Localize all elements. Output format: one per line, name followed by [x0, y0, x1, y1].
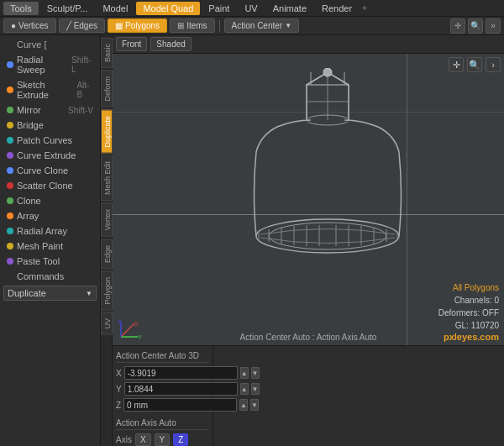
move-icon-btn[interactable]: ✛: [450, 18, 465, 34]
second-toolbar: ● Vertices ╱ Edges ▦ Polygons ⊞ Items Ac…: [0, 17, 504, 35]
vtab-vertex[interactable]: Vertex: [101, 203, 113, 237]
axis-gizmo-svg: X Y Z: [116, 315, 143, 342]
dot-icon: [7, 243, 13, 249]
axis-label-text: Axis: [116, 435, 132, 444]
bottom-panel: Action Center Auto 3D X ▲ ▼ Y ▲ ▼: [113, 345, 504, 446]
vtab-edge[interactable]: Edge: [101, 239, 113, 269]
edges-icon: ╱: [66, 21, 71, 30]
sidebar-item-radial-array[interactable]: Radial Array: [0, 223, 100, 239]
sidebar-item-scatter-clone[interactable]: Scatter Clone: [0, 178, 100, 193]
viewport-area: Front Shaded ✛ 🔍 ›: [113, 35, 504, 345]
z-label: Z: [116, 401, 121, 410]
right-area: Basic Deform Duplicate Mesh Edit Vertex …: [101, 35, 504, 446]
toolbar-sep-1: [219, 20, 220, 32]
vtab-mesh-edit[interactable]: Mesh Edit: [101, 155, 113, 201]
viewport-header: Front Shaded: [113, 35, 504, 54]
y-label: Y: [116, 385, 122, 394]
view-label[interactable]: Front: [116, 37, 147, 51]
sidebar-item-curve-clone[interactable]: Curve Clone: [0, 163, 100, 178]
vtab-uv[interactable]: UV: [101, 312, 113, 335]
menu-model-quad[interactable]: Model Quad: [136, 2, 200, 15]
svg-line-4: [121, 323, 134, 337]
zoom-icon-btn[interactable]: 🔍: [468, 18, 483, 34]
action-axis-title: Action Axis Auto: [116, 417, 209, 430]
svg-point-3: [323, 68, 332, 76]
menu-uv[interactable]: UV: [238, 2, 264, 15]
action-center-btn[interactable]: Action Center ▼: [224, 18, 300, 33]
viewport-icons: ✛ 🔍 ›: [449, 57, 501, 72]
dot-icon: [7, 87, 13, 93]
svg-text:Y: Y: [138, 334, 142, 340]
top-menubar: Tools Sculpt/P... Model Model Quad Paint…: [0, 0, 504, 17]
maximize-icon[interactable]: ✛: [449, 57, 464, 72]
dot-icon: [7, 61, 13, 68]
sidebar-item-paste-tool[interactable]: Paste Tool: [0, 254, 100, 269]
sidebar-duplicate-dropdown[interactable]: Duplicate ▼: [3, 286, 97, 301]
viewport-canvas[interactable]: ✛ 🔍 ›: [113, 54, 504, 345]
dot-icon: [7, 137, 13, 144]
grid-line-h1: [113, 112, 504, 113]
dot-icon: [7, 228, 13, 234]
sidebar-item-mirror[interactable]: Mirror Shift-V: [0, 102, 100, 118]
menu-render[interactable]: Render: [315, 2, 359, 15]
chevron-down-icon: ▼: [285, 22, 291, 29]
viewport-info-panel: All Polygons Channels: 0 Deformers: OFF …: [438, 281, 499, 342]
dot-icon: [7, 107, 13, 113]
x-label: X: [116, 369, 122, 378]
vertices-icon: ●: [11, 21, 16, 30]
vtab-polygon[interactable]: Polygon: [101, 271, 113, 311]
horizon-line: [113, 214, 504, 215]
zoom-viewport-icon[interactable]: 🔍: [467, 57, 482, 72]
menu-sculpt[interactable]: Sculpt/P...: [40, 2, 95, 15]
dot-icon: [7, 197, 13, 204]
sidebar-item-patch-curves[interactable]: Patch Curves: [0, 133, 100, 148]
vertical-tabs-panel: Basic Deform Duplicate Mesh Edit Vertex …: [101, 35, 113, 446]
coord-row-x: X ▲ ▼: [116, 366, 209, 380]
menu-model[interactable]: Model: [96, 2, 134, 15]
chevron-down-icon: ▼: [86, 290, 92, 297]
sidebar-item-mesh-paint[interactable]: Mesh Paint: [0, 239, 100, 254]
channels-text: Channels: 0: [438, 294, 499, 307]
dot-icon: [7, 152, 13, 159]
dot-icon: [7, 258, 13, 265]
more-viewport-icon[interactable]: ›: [486, 57, 501, 72]
sidebar-item-commands[interactable]: Commands: [0, 269, 100, 284]
axis-y-btn[interactable]: Y: [155, 433, 171, 446]
dot-icon: [7, 122, 13, 129]
sidebar-curve-label: Curve [: [0, 37, 100, 52]
sidebar-item-sketch-extrude[interactable]: Sketch Extrude Alt-B: [0, 77, 100, 102]
more-btn[interactable]: »: [486, 18, 501, 34]
action-center-panel: Action Center Auto 3D X ▲ ▼ Y ▲ ▼: [113, 346, 213, 446]
svg-text:X: X: [134, 321, 139, 327]
vertices-btn[interactable]: ● Vertices: [3, 18, 56, 33]
dot-icon: [7, 167, 13, 174]
deformers-text: Deformers: OFF: [438, 307, 499, 319]
all-polygons-text: All Polygons: [438, 281, 499, 294]
sidebar-item-radial-sweep[interactable]: Radial Sweep Shift-L: [0, 52, 100, 77]
edges-btn[interactable]: ╱ Edges: [59, 18, 105, 33]
left-sidebar: Curve [ Radial Sweep Shift-L Sketch Extr…: [0, 35, 101, 446]
sidebar-tools-list: Curve [ Radial Sweep Shift-L Sketch Extr…: [0, 35, 100, 446]
polygons-btn[interactable]: ▦ Polygons: [108, 18, 167, 33]
vtab-deform[interactable]: Deform: [101, 71, 113, 108]
sidebar-item-clone[interactable]: Clone: [0, 193, 100, 208]
menu-tools[interactable]: Tools: [3, 2, 39, 15]
items-btn[interactable]: ⊞ Items: [170, 18, 214, 33]
menu-animate[interactable]: Animate: [266, 2, 313, 15]
sidebar-item-array[interactable]: Array: [0, 208, 100, 223]
main-layout: Curve [ Radial Sweep Shift-L Sketch Extr…: [0, 35, 504, 446]
action-center-title: Action Center Auto 3D: [116, 349, 209, 363]
axis-z-btn[interactable]: Z: [173, 433, 188, 446]
sidebar-item-bridge[interactable]: Bridge: [0, 118, 100, 133]
3d-ring-object: [244, 68, 412, 286]
sidebar-item-curve-extrude[interactable]: Curve Extrude: [0, 148, 100, 163]
vtab-duplicate[interactable]: Duplicate: [101, 110, 113, 154]
svg-point-0: [256, 219, 399, 253]
shading-label[interactable]: Shaded: [150, 37, 191, 51]
vtab-basic[interactable]: Basic: [101, 38, 113, 68]
menu-more[interactable]: +: [362, 3, 367, 13]
axis-x-btn[interactable]: X: [135, 433, 151, 446]
toolbar-right: ✛ 🔍 »: [450, 18, 501, 34]
center-line-vertical: [407, 54, 407, 345]
menu-paint[interactable]: Paint: [202, 2, 236, 15]
